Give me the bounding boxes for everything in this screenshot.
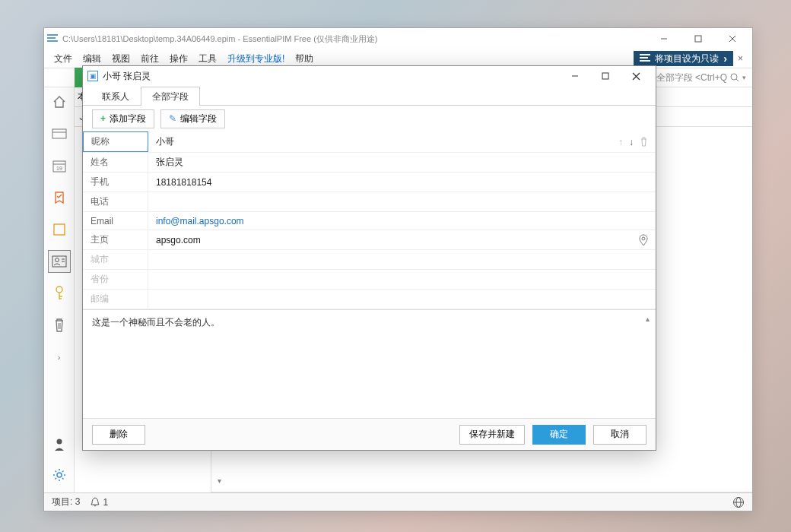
svg-point-23 — [57, 473, 62, 477]
maximize-button[interactable] — [681, 28, 715, 49]
window-title: C:\Users\18181\Desktop\temp.34A06449.epi… — [62, 33, 646, 45]
user-icon[interactable] — [48, 433, 71, 456]
calendar-icon[interactable]: 19 — [48, 154, 71, 177]
svg-point-31 — [642, 237, 645, 240]
move-up-icon[interactable]: ↑ — [618, 137, 623, 147]
svg-point-4 — [731, 74, 737, 80]
dropdown-icon: ▾ — [742, 74, 746, 81]
status-projects: 项目: 3 — [52, 496, 80, 508]
scroll-up-icon[interactable]: ▴ — [642, 313, 653, 324]
delete-field-icon[interactable] — [640, 137, 648, 147]
password-icon[interactable] — [48, 282, 71, 305]
field-label: Email — [83, 212, 148, 230]
menu-file[interactable]: 文件 — [49, 50, 78, 68]
field-value[interactable] — [148, 290, 656, 309]
notes-text: 这是一个神秘而且不会老的人。 — [92, 317, 220, 328]
globe-icon[interactable] — [732, 496, 745, 508]
field-label: 昵称 — [83, 131, 148, 152]
status-alerts[interactable]: 1 — [91, 497, 108, 508]
delete-button[interactable]: 删除 — [92, 425, 145, 445]
svg-rect-1 — [695, 36, 701, 42]
settings-icon[interactable] — [48, 464, 71, 486]
chevron-right-icon: › — [723, 52, 727, 65]
field-row[interactable]: Emailinfo@mail.apsgo.com — [83, 212, 656, 230]
field-row[interactable]: 主页apsgo.com — [83, 230, 656, 250]
dialog-footer: 删除 保存并新建 确定 取消 — [83, 418, 656, 450]
dropdown-icon[interactable]: ▾ — [218, 477, 228, 487]
save-and-new-button[interactable]: 保存并新建 — [459, 425, 525, 445]
field-value[interactable] — [148, 192, 656, 211]
field-label: 姓名 — [83, 153, 148, 172]
banner-text: 将项目设为只读 — [655, 52, 719, 65]
contact-card-icon: ▣ — [87, 71, 98, 81]
field-row[interactable]: 电话 — [83, 192, 656, 212]
svg-point-13 — [55, 258, 59, 262]
dialog-close-button[interactable] — [621, 66, 651, 86]
edit-field-button[interactable]: ✎ 编辑字段 — [160, 109, 225, 128]
field-row[interactable]: 昵称小哥↑↓ — [83, 131, 656, 153]
detail-toolbar: ▾ — [211, 471, 752, 492]
notes-icon[interactable] — [48, 218, 71, 241]
tab-contacts[interactable]: 联系人 — [91, 87, 141, 106]
field-row[interactable]: 城市 — [83, 250, 656, 270]
dialog-title: 小哥 张启灵 — [103, 70, 560, 83]
dialog-minimize-button[interactable] — [560, 66, 590, 86]
svg-text:19: 19 — [56, 166, 62, 171]
readonly-banner[interactable]: 将项目设为只读 › — [634, 51, 733, 66]
svg-line-5 — [736, 79, 739, 81]
field-value[interactable]: 小哥 — [148, 131, 618, 152]
banner-close-button[interactable]: × — [733, 52, 748, 65]
bell-icon — [91, 497, 100, 508]
field-value[interactable] — [148, 270, 656, 289]
cancel-button[interactable]: 取消 — [593, 425, 646, 445]
search-icon — [730, 73, 739, 82]
field-label: 省份 — [83, 270, 148, 289]
app-logo-icon — [47, 34, 58, 43]
tasks-icon[interactable] — [48, 186, 71, 209]
location-pin-icon[interactable] — [639, 234, 648, 246]
field-row[interactable]: 手机18181818154 — [83, 173, 656, 192]
expand-icon[interactable]: › — [48, 346, 71, 369]
field-value[interactable]: apsgo.com — [148, 230, 639, 249]
move-down-icon[interactable]: ↓ — [629, 137, 634, 147]
svg-rect-6 — [52, 129, 66, 138]
dialog-titlebar: ▣ 小哥 张启灵 — [83, 66, 656, 86]
field-row[interactable]: 邮编 — [83, 290, 656, 309]
field-value[interactable]: 18181818154 — [148, 173, 656, 192]
minimize-button[interactable] — [646, 28, 681, 49]
field-label: 城市 — [83, 250, 148, 269]
banner-logo-icon — [640, 54, 650, 63]
home-icon[interactable] — [48, 90, 71, 113]
svg-rect-11 — [54, 224, 65, 235]
search-placeholder: 全部字段 <Ctrl+Q — [656, 71, 727, 84]
trash-icon[interactable] — [48, 314, 71, 337]
window-controls — [646, 28, 749, 49]
sidebar: 19 › — [44, 87, 75, 492]
dialog-maximize-button[interactable] — [590, 66, 621, 86]
ok-button[interactable]: 确定 — [532, 425, 586, 445]
close-button[interactable] — [715, 28, 749, 49]
svg-point-22 — [56, 439, 62, 445]
tab-all-fields[interactable]: 全部字段 — [141, 87, 200, 106]
plus-icon: + — [100, 113, 106, 124]
field-value[interactable]: info@mail.apsgo.com — [148, 212, 656, 230]
field-value[interactable]: 张启灵 — [148, 153, 656, 172]
svg-rect-28 — [602, 73, 608, 79]
field-label: 邮编 — [83, 290, 148, 309]
notes-area[interactable]: 这是一个神秘而且不会老的人。 ▴ — [83, 309, 656, 418]
add-field-button[interactable]: + 添加字段 — [92, 109, 154, 128]
field-label: 手机 — [83, 173, 148, 192]
field-value[interactable] — [148, 250, 656, 269]
search-box[interactable]: 全部字段 <Ctrl+Q ▾ — [656, 71, 752, 84]
card-icon[interactable] — [48, 122, 71, 145]
statusbar: 项目: 3 1 — [44, 492, 752, 511]
field-label: 主页 — [83, 230, 148, 249]
contact-dialog: ▣ 小哥 张启灵 联系人 全部字段 + 添加字段 ✎ 编辑字段 昵称小哥↑↓姓名… — [82, 65, 656, 451]
contacts-icon[interactable] — [48, 250, 71, 273]
svg-point-16 — [56, 287, 62, 293]
dialog-field-actions: + 添加字段 ✎ 编辑字段 — [83, 106, 656, 131]
pencil-icon: ✎ — [169, 113, 176, 124]
field-label: 电话 — [83, 192, 148, 211]
field-row[interactable]: 姓名张启灵 — [83, 153, 656, 173]
field-row[interactable]: 省份 — [83, 270, 656, 290]
